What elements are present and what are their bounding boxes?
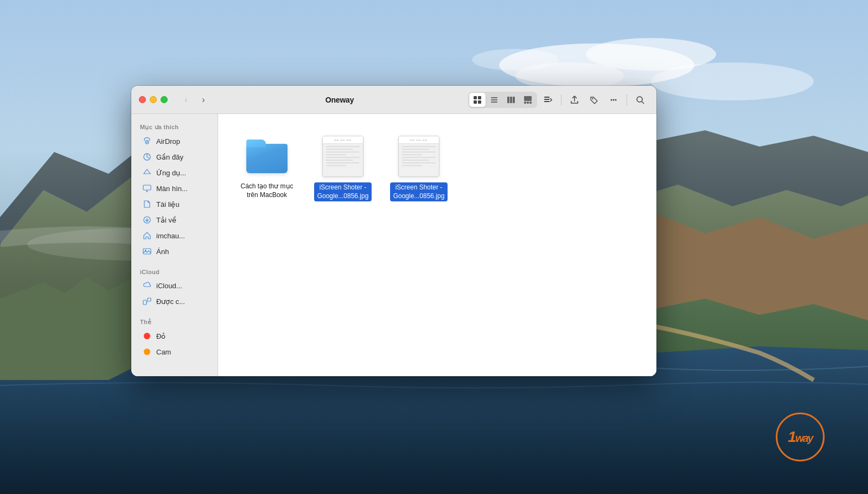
search-button[interactable]	[631, 91, 649, 109]
list-view-button[interactable]	[486, 93, 502, 107]
svg-rect-19	[527, 102, 529, 104]
traffic-lights	[139, 96, 168, 103]
svg-rect-35	[143, 249, 151, 254]
tag-red-icon	[142, 331, 152, 341]
file-thumbnail-icon: ══ ══ ══	[321, 135, 365, 178]
svg-rect-33	[143, 185, 151, 190]
photos-icon	[142, 246, 152, 256]
maximize-button[interactable]	[161, 96, 168, 103]
shared-icon	[142, 296, 152, 306]
nav-buttons: ‹ ›	[178, 92, 211, 107]
apps-icon	[142, 168, 152, 178]
svg-rect-20	[529, 102, 532, 104]
tag-orange-icon	[142, 347, 152, 357]
sidebar-item-tag-red-label: Đỏ	[156, 332, 165, 340]
content-area: Mục ưa thích AirDrop	[131, 114, 656, 376]
oneway-logo: 1way	[776, 413, 825, 461]
svg-rect-8	[478, 96, 481, 99]
svg-rect-14	[507, 97, 509, 103]
svg-line-29	[642, 102, 644, 104]
svg-rect-12	[491, 99, 497, 100]
svg-rect-9	[474, 100, 477, 104]
back-button[interactable]: ‹	[178, 92, 194, 107]
home-icon	[142, 231, 152, 240]
sidebar-item-photos-label: Ảnh	[156, 248, 169, 256]
file-area: Cách tạo thư mụctrên MacBook ══ ══ ══	[218, 114, 656, 376]
more-button[interactable]	[605, 91, 622, 109]
documents-icon	[142, 199, 152, 209]
svg-rect-11	[491, 97, 497, 98]
folder-icon	[245, 135, 289, 178]
window-title: Oneway	[218, 96, 462, 104]
sidebar-item-photos[interactable]: Ảnh	[135, 244, 214, 259]
list-item[interactable]: Cách tạo thư mụctrên MacBook	[234, 130, 299, 206]
sidebar-item-icloud-drive-label: iCloud...	[156, 282, 182, 290]
toolbar-separator-1	[561, 94, 561, 105]
sidebar-item-tag-red[interactable]: Đỏ	[135, 328, 214, 344]
gallery-view-button[interactable]	[520, 93, 536, 107]
sidebar-item-airdrop-label: AirDrop	[156, 137, 180, 145]
title-bar: ‹ › Oneway	[131, 86, 656, 114]
downloads-icon	[142, 215, 152, 225]
icon-view-button[interactable]	[469, 93, 486, 107]
sidebar-item-shared[interactable]: Được c...	[135, 294, 214, 309]
svg-rect-18	[524, 102, 526, 104]
sidebar-item-icloud-drive[interactable]: iCloud...	[135, 278, 214, 293]
svg-point-24	[592, 98, 593, 99]
sidebar-item-airdrop[interactable]: AirDrop	[135, 134, 214, 149]
sidebar-item-recent-label: Gần đây	[156, 153, 183, 161]
column-view-button[interactable]	[503, 93, 519, 107]
svg-point-25	[611, 99, 612, 100]
sidebar-item-downloads-label: Tải về	[156, 216, 176, 224]
finder-window: ‹ › Oneway	[131, 86, 656, 376]
sidebar-item-tag-orange-label: Cam	[156, 348, 171, 356]
clock-icon	[142, 152, 152, 162]
sidebar-item-home[interactable]: imchau...	[135, 228, 214, 243]
svg-rect-21	[544, 97, 550, 98]
sidebar: Mục ưa thích AirDrop	[131, 114, 218, 376]
oneway-circle: 1way	[776, 413, 825, 461]
sidebar-item-apps[interactable]: Ứng dụ...	[135, 165, 214, 180]
list-item[interactable]: ══ ══ ══ iScr	[386, 130, 451, 206]
favorites-section-label: Mục ưa thích	[131, 121, 218, 133]
svg-point-31	[146, 142, 148, 143]
sidebar-item-recent[interactable]: Gần đây	[135, 149, 214, 164]
svg-rect-13	[491, 102, 497, 103]
svg-rect-16	[513, 97, 515, 103]
svg-rect-23	[544, 101, 550, 102]
svg-point-4	[651, 62, 814, 100]
svg-rect-10	[478, 100, 481, 104]
toolbar-separator-2	[627, 94, 627, 105]
svg-rect-17	[524, 96, 532, 101]
file-name: Cách tạo thư mụctrên MacBook	[240, 182, 293, 199]
svg-rect-38	[148, 298, 151, 301]
forward-button[interactable]: ›	[196, 92, 211, 107]
svg-point-26	[613, 99, 615, 100]
sidebar-item-home-label: imchau...	[156, 232, 185, 240]
tags-section-label: Thẻ	[131, 315, 218, 328]
sidebar-item-shared-label: Được c...	[156, 297, 185, 306]
svg-point-28	[637, 97, 642, 102]
oneway-text: 1way	[788, 428, 812, 446]
sidebar-item-documents-label: Tài liệu	[156, 200, 180, 208]
svg-point-27	[615, 99, 617, 100]
sidebar-item-screen[interactable]: Màn hìn...	[135, 181, 214, 196]
icloud-icon	[142, 281, 152, 290]
toolbar-right	[468, 91, 649, 109]
sidebar-item-tag-orange[interactable]: Cam	[135, 344, 214, 359]
view-options	[468, 92, 537, 108]
file-name-selected-2: iScreen Shoter -Google...0856.jpg	[390, 182, 448, 201]
arrange-button[interactable]	[539, 91, 557, 109]
svg-rect-37	[143, 300, 146, 305]
list-item[interactable]: ══ ══ ══ iScr	[310, 130, 375, 206]
sidebar-item-documents[interactable]: Tài liệu	[135, 197, 214, 212]
svg-point-5	[472, 49, 559, 71]
file-thumbnail-icon-2: ══ ══ ══	[397, 135, 441, 178]
sidebar-item-downloads[interactable]: Tải về	[135, 212, 214, 227]
close-button[interactable]	[139, 96, 146, 103]
tag-button[interactable]	[585, 91, 603, 109]
minimize-button[interactable]	[150, 96, 157, 103]
screen-icon	[142, 183, 152, 193]
airdrop-icon	[142, 136, 152, 146]
share-button[interactable]	[566, 91, 583, 109]
